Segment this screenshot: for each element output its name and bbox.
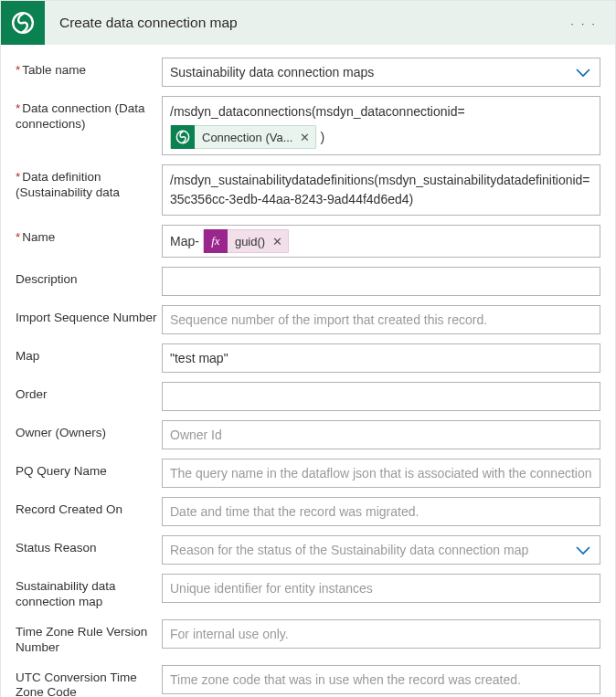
pq-query-input[interactable] xyxy=(162,459,600,488)
label-data-connection: *Data connection (Data connections) xyxy=(16,96,162,132)
swirl-icon xyxy=(171,125,195,149)
row-order: Order xyxy=(16,382,600,411)
label-map: Map xyxy=(16,343,162,364)
chevron-down-icon xyxy=(576,546,590,555)
label-utc-conv: UTC Conversion Time Zone Code xyxy=(16,665,162,698)
label-owner: Owner (Owners) xyxy=(16,420,162,441)
row-pq-query: PQ Query Name xyxy=(16,459,600,488)
label-order: Order xyxy=(16,382,162,403)
row-status-reason: Status Reason Reason for the status of t… xyxy=(16,535,600,565)
label-record-created: Record Created On xyxy=(16,497,162,518)
sust-map-input[interactable] xyxy=(162,574,600,603)
card-body: *Table name Sustainability data connecti… xyxy=(1,45,615,697)
remove-token-icon[interactable]: ✕ xyxy=(272,235,282,248)
connection-token[interactable]: Connection (Va... ✕ xyxy=(170,125,316,149)
swirl-icon xyxy=(1,1,45,45)
utc-conv-input[interactable] xyxy=(162,665,600,694)
fx-icon: fx xyxy=(204,229,228,253)
owner-input[interactable] xyxy=(162,420,600,449)
card-title: Create data connection map xyxy=(45,15,563,31)
record-created-input[interactable] xyxy=(162,497,600,526)
more-options-button[interactable]: · · · xyxy=(563,11,604,36)
data-connection-field[interactable]: /msdyn_dataconnections(msdyn_dataconnect… xyxy=(162,96,600,155)
row-data-definition: *Data definition (Sustainability data /m… xyxy=(16,164,600,216)
label-table-name: *Table name xyxy=(16,58,162,79)
row-table-name: *Table name Sustainability data connecti… xyxy=(16,58,600,87)
label-tz-rule: Time Zone Rule Version Number xyxy=(16,619,162,656)
row-description: Description xyxy=(16,267,600,296)
import-sequence-input[interactable] xyxy=(162,305,600,334)
label-status-reason: Status Reason xyxy=(16,535,162,556)
label-name: *Name xyxy=(16,225,162,246)
chevron-down-icon xyxy=(576,69,590,78)
row-import-sequence: Import Sequence Number xyxy=(16,305,600,334)
description-input[interactable] xyxy=(162,267,600,296)
order-input[interactable] xyxy=(162,382,600,411)
remove-token-icon[interactable]: ✕ xyxy=(300,131,310,144)
table-name-dropdown[interactable]: Sustainability data connection maps xyxy=(162,58,600,87)
label-description: Description xyxy=(16,267,162,288)
status-reason-dropdown[interactable]: Reason for the status of the Sustainabil… xyxy=(162,535,600,565)
map-input[interactable] xyxy=(162,343,600,373)
tz-rule-input[interactable] xyxy=(162,619,600,649)
row-map: Map xyxy=(16,343,600,373)
name-field[interactable]: Map- fx guid() ✕ xyxy=(162,225,600,258)
create-data-connection-map-card: Create data connection map · · · *Table … xyxy=(0,0,616,697)
formula-token[interactable]: fx guid() ✕ xyxy=(203,229,289,253)
row-record-created: Record Created On xyxy=(16,497,600,526)
card-header: Create data connection map · · · xyxy=(1,1,615,45)
row-sust-map: Sustainability data connection map xyxy=(16,574,600,610)
row-name: *Name Map- fx guid() ✕ xyxy=(16,225,600,258)
row-owner: Owner (Owners) xyxy=(16,420,600,449)
label-pq-query: PQ Query Name xyxy=(16,459,162,480)
row-utc-conv: UTC Conversion Time Zone Code xyxy=(16,665,600,698)
row-tz-rule: Time Zone Rule Version Number xyxy=(16,619,600,656)
label-data-definition: *Data definition (Sustainability data xyxy=(16,164,162,201)
data-definition-field[interactable]: /msdyn_sustainabilitydatadefinitions(msd… xyxy=(162,164,600,216)
row-data-connection: *Data connection (Data connections) /msd… xyxy=(16,96,600,155)
label-sust-map: Sustainability data connection map xyxy=(16,574,162,610)
label-import-sequence: Import Sequence Number xyxy=(16,305,162,326)
